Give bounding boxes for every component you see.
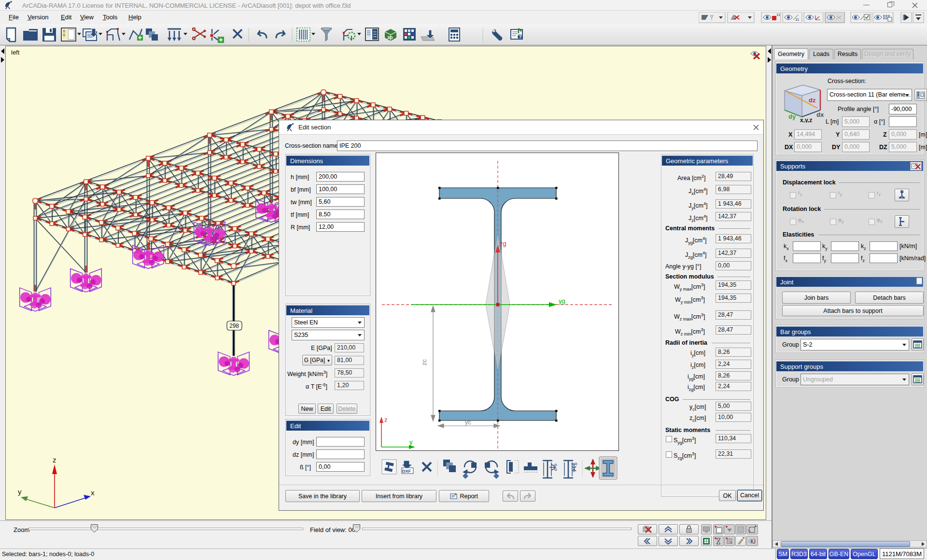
svg-text:3D: 3D xyxy=(387,35,393,40)
svg-text:zg: zg xyxy=(500,240,506,247)
svg-text:x: x xyxy=(91,489,95,497)
svg-text:11: 11 xyxy=(776,13,781,17)
svg-text:yg: yg xyxy=(559,297,565,305)
svg-text:298: 298 xyxy=(229,322,239,329)
svg-text:DXF: DXF xyxy=(402,469,411,474)
svg-text:z: z xyxy=(384,416,388,423)
svg-text:?: ? xyxy=(519,34,522,40)
svg-text:zc: zc xyxy=(421,359,428,366)
svg-text:yc: yc xyxy=(465,419,471,426)
svg-text:dy: dy xyxy=(788,113,796,120)
svg-text:left: left xyxy=(11,49,20,56)
svg-text:z: z xyxy=(53,456,56,464)
svg-text:dz: dz xyxy=(809,97,816,104)
svg-text:y: y xyxy=(409,438,413,446)
svg-text:x,y,z: x,y,z xyxy=(800,117,812,123)
svg-text:y: y xyxy=(18,488,22,496)
svg-text:dx: dx xyxy=(816,111,824,118)
svg-text:11: 11 xyxy=(795,17,800,22)
